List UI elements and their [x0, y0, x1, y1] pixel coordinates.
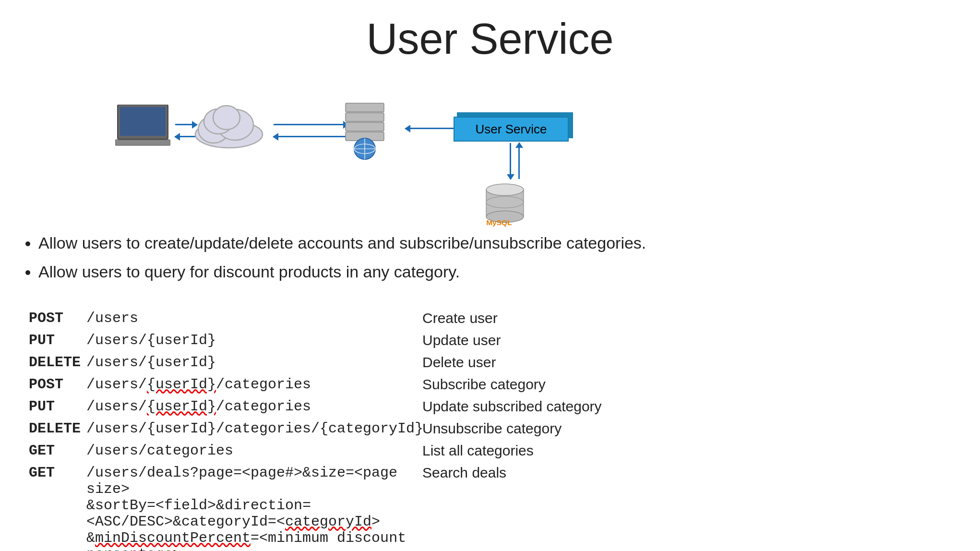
api-desc-5: Update subscribed category [422, 396, 951, 417]
bullet-list: Allow users to create/update/delete acco… [38, 232, 646, 289]
api-desc-1: Create user [422, 308, 951, 328]
api-method-6: DELETE [29, 419, 86, 439]
svg-point-17 [486, 184, 524, 195]
api-path-8: /users/deals?page=<page#>&size=<page siz… [86, 463, 422, 551]
api-method-8: GET [29, 463, 86, 551]
api-method-4: POST [29, 374, 86, 395]
user-service-box: User Service [454, 117, 569, 142]
api-method-7: GET [29, 441, 86, 461]
svg-text:MySQL: MySQL [486, 218, 512, 227]
api-desc-3: Delete user [422, 352, 951, 372]
server-globe-icon [336, 98, 394, 161]
api-path-8-line2: &sortBy=<field>&direction=<ASC/DESC>&cat… [86, 497, 422, 530]
page-title: User Service [29, 14, 951, 64]
user-service-label: User Service [476, 122, 547, 137]
api-desc-6: Unsubscribe category [422, 419, 951, 439]
svg-point-7 [213, 106, 240, 130]
page: User Service [0, 0, 980, 551]
api-method-5: PUT [29, 396, 86, 417]
svg-rect-1 [120, 107, 166, 136]
api-desc-2: Update user [422, 330, 951, 350]
svg-rect-2 [115, 140, 170, 145]
svg-rect-10 [346, 122, 384, 131]
api-method-3: DELETE [29, 352, 86, 372]
api-desc-7: List all categories [422, 441, 951, 461]
svg-rect-8 [346, 103, 384, 112]
api-path-8-line3: &minDiscountPercent=<minimum discount pe… [86, 530, 422, 551]
api-path-3: /users/{userId} [86, 352, 422, 372]
api-path-8-line1: /users/deals?page=<page#>&size=<page siz… [86, 465, 422, 497]
api-desc-8: Search deals [422, 463, 951, 551]
arrow-to-userservice [406, 128, 454, 129]
api-path-7: /users/categories [86, 441, 422, 461]
api-method-2: PUT [29, 330, 86, 350]
api-table: POST /users Create user PUT /users/{user… [29, 308, 951, 551]
api-path-6: /users/{userId}/categories/{categoryId} [86, 419, 422, 439]
bullet-item-1: Allow users to create/update/delete acco… [38, 232, 646, 255]
bullet-item-2: Allow users to query for discount produc… [38, 261, 646, 284]
arrow-down-to-db [510, 143, 511, 179]
api-path-4: /users/{userId}/categories [86, 374, 422, 395]
laptop-icon [115, 105, 170, 150]
api-path-5: /users/{userId}/categories [86, 396, 422, 417]
api-method-1: POST [29, 308, 86, 328]
arrow-up-from-db [518, 143, 520, 179]
api-path-1: /users [86, 308, 422, 328]
api-path-2: /users/{userId} [86, 330, 422, 350]
architecture-diagram: User Service MySQL [29, 78, 951, 217]
mysql-db-icon: MySQL [480, 181, 542, 227]
svg-rect-9 [346, 113, 384, 121]
api-desc-4: Subscribe category [422, 374, 951, 395]
cloud-icon [187, 98, 271, 151]
